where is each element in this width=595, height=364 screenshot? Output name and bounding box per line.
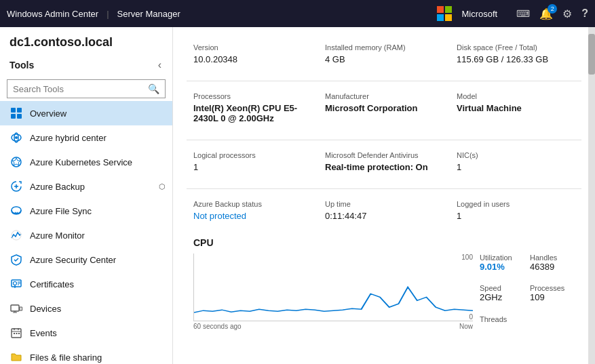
svg-rect-3 <box>17 114 22 119</box>
cpu-utilization-stat: Utilization 9.01% <box>480 254 524 279</box>
cpu-utilization-label: Utilization <box>480 254 524 262</box>
stat-ram: Installed memory (RAM) 4 GB <box>318 38 450 74</box>
left-panel: dc1.contoso.local Tools ‹ 🔍 Overview <box>0 27 173 364</box>
events-icon <box>9 326 23 340</box>
content-area: Version 10.0.20348 Installed memory (RAM… <box>173 27 595 364</box>
cpu-handles-stat: Handles 46389 <box>530 254 575 279</box>
right-panel: Version 10.0.20348 Installed memory (RAM… <box>173 27 595 364</box>
cpu-handles-label: Handles <box>530 254 575 262</box>
stats-grid-row1: Version 10.0.20348 Installed memory (RAM… <box>187 38 581 74</box>
sidebar-item-label-devices: Devices <box>30 304 166 314</box>
azure-kubernetes-icon <box>9 155 23 169</box>
cpu-chart-container: 100 0 60 seconds ago Now <box>193 254 473 330</box>
svg-point-12 <box>14 282 17 285</box>
stat-label-defender: Microsoft Defender Antivirus <box>325 151 443 159</box>
azure-hybrid-icon <box>9 131 23 144</box>
server-title: dc1.contoso.local <box>0 27 172 55</box>
topbar: Windows Admin Center | Server Manager Mi… <box>0 0 595 27</box>
search-input[interactable] <box>7 81 142 98</box>
settings-icon[interactable]: ⚙ <box>562 7 572 20</box>
app-name: Windows Admin Center <box>7 9 98 19</box>
svg-rect-2 <box>11 114 16 119</box>
cpu-speed-stat: Speed 2GHz <box>480 284 524 309</box>
stat-processors: Processors Intel(R) Xeon(R) CPU E5-2430L… <box>187 87 318 133</box>
stat-value-disk: 115.69 GB / 126.33 GB <box>457 54 575 64</box>
stat-label-manufacturer: Manufacturer <box>325 92 443 100</box>
stat-manufacturer: Manufacturer Microsoft Corporation <box>318 87 450 133</box>
collapse-button[interactable]: ‹ <box>154 58 166 73</box>
cpu-threads-label: Threads <box>480 315 575 323</box>
sidebar-item-azure-security[interactable]: Azure Security Center <box>0 247 172 272</box>
tools-label: Tools <box>9 60 34 70</box>
stat-label-nics: NIC(s) <box>457 151 575 159</box>
notification-icon[interactable]: 🔔 2 <box>539 7 553 20</box>
topbar-divider: | <box>107 9 109 19</box>
external-link-icon: ⬡ <box>159 182 166 191</box>
stats-grid-row2: Processors Intel(R) Xeon(R) CPU E5-2430L… <box>187 87 581 133</box>
cpu-processes-label: Processes <box>530 284 575 292</box>
help-icon[interactable]: ? <box>581 7 588 20</box>
azure-backup-icon <box>9 180 23 193</box>
svg-point-6 <box>15 136 18 139</box>
sidebar-item-azure-backup[interactable]: Azure Backup ⬡ <box>0 174 172 199</box>
chart-time-labels: 60 seconds ago Now <box>193 323 473 330</box>
stat-label-ram: Installed memory (RAM) <box>325 43 443 52</box>
sidebar-item-devices[interactable]: Devices <box>0 296 172 321</box>
sidebar-item-label-events: Events <box>30 328 166 338</box>
sidebar-item-overview[interactable]: Overview <box>0 101 172 125</box>
microsoft-logo <box>437 6 452 21</box>
stat-value-uptime: 0:11:44:47 <box>325 211 443 221</box>
sidebar-item-label-azure-security: Azure Security Center <box>30 255 166 265</box>
sidebar-item-label-overview: Overview <box>30 108 166 119</box>
stat-version: Version 10.0.20348 <box>187 38 318 74</box>
stat-label-model: Model <box>457 92 575 100</box>
scrollbar-thumb[interactable] <box>588 34 595 75</box>
stat-value-processors: Intel(R) Xeon(R) CPU E5-2430L 0 @ 2.00GH… <box>193 103 311 123</box>
sidebar-item-label-azure-file-sync: Azure File Sync <box>30 206 166 216</box>
topbar-actions: ⌨ 🔔 2 ⚙ ? <box>516 7 588 20</box>
cpu-chart-svg <box>194 254 473 321</box>
azure-file-sync-icon <box>9 204 23 218</box>
sidebar-item-label-azure-kubernetes: Azure Kubernetes Service <box>30 157 166 167</box>
stat-value-backup-status[interactable]: Not protected <box>193 211 311 221</box>
server-manager-link[interactable]: Server Manager <box>117 9 180 19</box>
stat-backup-status: Azure Backup status Not protected <box>187 195 318 230</box>
chart-zero-label: 0 <box>469 313 473 321</box>
svg-rect-13 <box>11 305 19 311</box>
sidebar-item-azure-monitor[interactable]: Azure Monitor <box>0 223 172 247</box>
sidebar-item-certificates[interactable]: Certificates <box>0 272 172 296</box>
sidebar-item-label-files: Files & file sharing <box>30 352 166 363</box>
sidebar-item-azure-kubernetes[interactable]: Azure Kubernetes Service <box>0 150 172 174</box>
stat-label-backup-status: Azure Backup status <box>193 200 311 208</box>
stat-label-uptime: Up time <box>325 200 443 208</box>
cpu-processes-value: 109 <box>530 292 575 302</box>
stat-label-processors: Processors <box>193 92 311 100</box>
sidebar-item-azure-hybrid[interactable]: Azure hybrid center <box>0 125 172 150</box>
files-icon <box>9 350 23 364</box>
sidebar-item-files[interactable]: Files & file sharing <box>0 345 172 364</box>
terminal-icon[interactable]: ⌨ <box>516 8 530 19</box>
stat-label-version: Version <box>193 43 311 52</box>
stat-nics: NIC(s) 1 <box>450 146 581 182</box>
stat-value-ram: 4 GB <box>325 54 443 64</box>
azure-monitor-icon <box>9 228 23 242</box>
stat-logged-users: Logged in users 1 <box>450 195 581 230</box>
stat-value-version: 10.0.20348 <box>193 54 311 64</box>
sidebar-item-events[interactable]: Events <box>0 321 172 345</box>
cpu-title: CPU <box>193 237 575 248</box>
cpu-content: 100 0 60 seconds ago Now <box>193 254 575 330</box>
search-button[interactable]: 🔍 <box>142 80 165 98</box>
stat-value-nics: 1 <box>457 162 575 172</box>
cpu-speed-value: 2GHz <box>480 292 524 302</box>
cpu-chart: 100 0 <box>193 254 473 321</box>
scrollbar[interactable] <box>588 27 595 364</box>
stat-value-logical-proc: 1 <box>193 162 311 172</box>
sidebar-item-azure-file-sync[interactable]: Azure File Sync <box>0 199 172 223</box>
stat-label-logical-proc: Logical processors <box>193 151 311 159</box>
cpu-handles-value: 46389 <box>530 262 575 272</box>
chart-label-left: 60 seconds ago <box>193 323 242 330</box>
svg-marker-8 <box>12 158 20 165</box>
svg-rect-1 <box>17 108 22 113</box>
stat-value-defender: Real-time protection: On <box>325 162 443 172</box>
stat-value-logged-users: 1 <box>457 211 575 221</box>
